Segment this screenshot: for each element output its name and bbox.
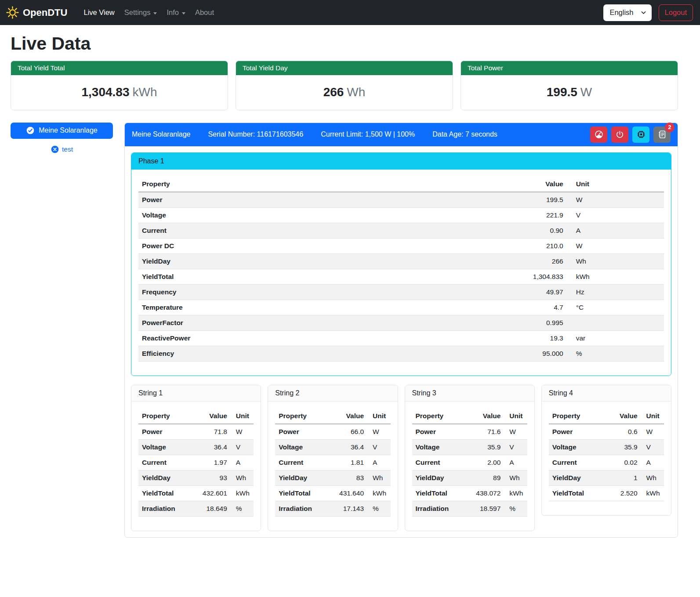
value-cell: 89 <box>467 470 504 485</box>
caret-down-icon <box>182 12 185 14</box>
column-header-property: Property <box>412 409 468 424</box>
nav-item-live-view[interactable]: Live View <box>79 5 119 20</box>
property-cell: Temperature <box>138 300 511 315</box>
value-cell: 35.9 <box>604 439 641 455</box>
navbar-brand[interactable]: OpenDTU <box>5 5 67 20</box>
nav-item-about[interactable]: About <box>190 5 219 20</box>
unit-cell: V <box>641 439 664 455</box>
event-log-button[interactable]: 2 <box>653 127 671 143</box>
logout-button[interactable]: Logout <box>659 4 693 21</box>
sidebar-inverter-test-button[interactable]: test <box>48 145 76 154</box>
table-header-row: Property Value Unit <box>138 409 254 424</box>
table-row: Voltage 36.4 V <box>275 439 390 455</box>
property-cell: Power <box>412 424 468 440</box>
property-cell: YieldDay <box>412 470 468 485</box>
summary-card-title: Total Power <box>461 61 678 75</box>
unit-cell: W <box>367 424 390 440</box>
table-header-row: Property Value Unit <box>549 409 664 424</box>
value-cell: 431.640 <box>330 485 367 501</box>
property-cell: Power <box>549 424 604 440</box>
property-cell: Efficiency <box>138 346 511 361</box>
string-table: Property Value Unit Power <box>138 409 254 517</box>
property-cell: Power <box>138 424 194 440</box>
table-row: ReactivePower 19.3 var <box>138 330 664 346</box>
nav-item-settings[interactable]: Settings <box>120 5 162 20</box>
power-settings-button[interactable] <box>611 127 628 143</box>
unit-cell: Wh <box>231 470 254 485</box>
property-cell: YieldDay <box>138 253 511 269</box>
property-cell: Voltage <box>275 439 330 455</box>
value-cell: 0.02 <box>604 455 641 470</box>
summary-card: Total Yield Total 1,304.83kWh <box>11 61 228 110</box>
column-header-value: Value <box>511 177 569 192</box>
property-cell: ReactivePower <box>138 330 511 346</box>
column-header-unit: Unit <box>569 177 664 192</box>
summary-card-value: 199.5 <box>547 85 577 99</box>
unit-cell: Wh <box>367 470 390 485</box>
nav-item-info[interactable]: Info <box>162 5 190 20</box>
sidebar-inverter-test-label: test <box>62 145 73 153</box>
strings-row: String 1 Property Value Unit <box>131 385 671 531</box>
language-select[interactable]: English <box>603 4 651 21</box>
column-header-value: Value <box>194 409 231 424</box>
unit-cell: var <box>569 330 664 346</box>
value-cell: 1.81 <box>330 455 367 470</box>
string-table: Property Value Unit Power <box>275 409 390 517</box>
serial-number: Serial Number: 116171603546 <box>208 130 303 138</box>
column-header-value: Value <box>467 409 504 424</box>
summary-card-unit: kWh <box>133 85 157 99</box>
limit-settings-button[interactable] <box>590 127 607 143</box>
table-row: Temperature 4.7 °C <box>138 300 664 315</box>
unit-cell: A <box>569 223 664 238</box>
unit-cell: kWh <box>367 485 390 501</box>
summary-card-body: 199.5W <box>461 75 678 110</box>
device-info-button[interactable] <box>632 127 649 143</box>
value-cell: 17.143 <box>330 501 367 516</box>
summary-card: Total Yield Day 266Wh <box>236 61 453 110</box>
value-cell: 438.072 <box>467 485 504 501</box>
summary-card-unit: W <box>580 85 592 99</box>
table-row: Power 199.5 W <box>138 192 664 208</box>
table-row: Power 71.6 W <box>412 424 527 440</box>
unit-cell: V <box>367 439 390 455</box>
property-cell: Frequency <box>138 284 511 300</box>
value-cell: 221.9 <box>511 207 569 223</box>
unit-cell: W <box>231 424 254 440</box>
value-cell: 1 <box>604 470 641 485</box>
page-container: Live Data Total Yield Total 1,304.83kWh … <box>0 33 700 544</box>
inverter-actions: 2 <box>590 127 671 143</box>
property-cell: Power DC <box>138 238 511 253</box>
table-row: PowerFactor 0.995 <box>138 315 664 330</box>
value-cell: 36.4 <box>330 439 367 455</box>
table-row: Frequency 49.97 Hz <box>138 284 664 300</box>
summary-card-body: 1,304.83kWh <box>11 75 228 110</box>
table-row: Voltage 35.9 V <box>549 439 664 455</box>
value-cell: 66.0 <box>330 424 367 440</box>
property-cell: Power <box>275 424 330 440</box>
value-cell: 432.601 <box>194 485 231 501</box>
event-count-badge: 2 <box>665 123 675 132</box>
table-row: YieldTotal 2.520 kWh <box>549 485 664 501</box>
phase-table: Property Value Unit Power <box>138 177 664 362</box>
table-header-row: Property Value Unit <box>138 177 664 192</box>
column-header-property: Property <box>138 409 194 424</box>
value-cell: 199.5 <box>511 192 569 208</box>
string-title: String 2 <box>268 385 397 402</box>
property-cell: Current <box>412 455 468 470</box>
table-row: Current 1.97 A <box>138 455 254 470</box>
sidebar-inverter-button[interactable]: Meine Solaranlage <box>11 123 113 139</box>
property-cell: Power <box>138 192 511 208</box>
phase-card: Phase 1 Property Value Unit <box>131 152 671 376</box>
unit-cell: A <box>231 455 254 470</box>
x-circle-icon <box>51 145 59 154</box>
value-cell: 2.00 <box>467 455 504 470</box>
data-age: Data Age: 7 seconds <box>432 130 497 138</box>
value-cell: 19.3 <box>511 330 569 346</box>
phase-title: Phase 1 <box>131 153 671 170</box>
inverter-card-body: Phase 1 Property Value Unit <box>125 146 678 537</box>
unit-cell: Wh <box>569 253 664 269</box>
column-header-unit: Unit <box>231 409 254 424</box>
unit-cell <box>569 315 664 330</box>
inverter-card-header: Meine Solaranlage Serial Number: 1161716… <box>125 123 678 146</box>
table-header-row: Property Value Unit <box>412 409 527 424</box>
